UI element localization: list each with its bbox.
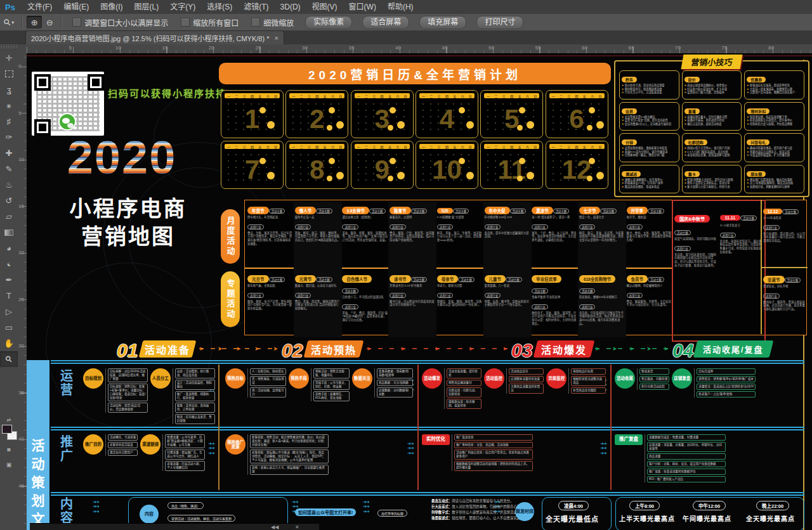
flow-side-strip: 活动策划文案	[27, 360, 49, 530]
magic-wand-tool[interactable]: ⚹	[0, 98, 18, 113]
flow-cell: 预热推广资源新客获取｜预售活动：配合预售尾款传播；砍价：砍价裂变拉新；满减：新人…	[223, 432, 417, 492]
mindmap-root-node: 活动爆发	[422, 368, 442, 389]
checkbox-label: 细微缩放	[263, 17, 294, 28]
calendar-weekday-header: 一二三四五六日	[484, 144, 539, 149]
history-brush-tool[interactable]: ↺	[0, 193, 18, 209]
clone-stamp-tool[interactable]: ♨	[0, 177, 18, 193]
activity-theme: 母亲节，感恩大回馈	[437, 284, 483, 288]
quick-mask-icon[interactable]: ◙	[0, 446, 18, 453]
zoom-out-button[interactable]: ⊖	[42, 16, 57, 29]
menu-item[interactable]: 滤镜(T)	[238, 0, 274, 14]
menu-item[interactable]: 3D(D)	[275, 0, 306, 14]
horizontal-ruler[interactable]: 5101520253035404550556065707580	[27, 44, 812, 54]
crop-tool[interactable]: ♯	[0, 113, 18, 129]
activity-industry: 全品类，是年中优惠力度最强的大促活动。	[485, 231, 530, 238]
mindmap-leaves: 优惠券数据｜领券数/用券数/核销率商品数据｜关注/加购数店铺数据｜访问数据/粉丝…	[374, 368, 413, 398]
activity-column: 12.12活动主题12.12年末狂欢适用行业各行业通用，错过双11的，以12月为…	[762, 202, 808, 269]
options-button[interactable]: 实际像素	[305, 16, 352, 29]
healing-brush-tool[interactable]: ✚	[0, 145, 18, 161]
activity-column: 年货节活动主题跨年囤大礼，年货购起来适用行业食品、生鲜、家居百货等，结合年货节用…	[246, 202, 294, 270]
lasso-tool[interactable]: ʓ	[0, 82, 18, 98]
field-label-theme: 活动主题	[532, 288, 548, 294]
weekday-label: 一	[227, 94, 230, 98]
weekday-label: 三	[502, 145, 506, 149]
close-icon[interactable]: ✕	[295, 524, 299, 530]
type-tool[interactable]: T	[0, 288, 18, 304]
weekday-label: 二	[560, 94, 563, 98]
checkbox-box[interactable]	[72, 18, 81, 27]
rectangular-marquee-tool[interactable]	[0, 66, 18, 82]
move-tool[interactable]: ✛	[0, 50, 18, 66]
options-button[interactable]: 适合屏幕	[362, 16, 409, 29]
menu-item[interactable]: 文件(F)	[22, 0, 58, 14]
brush-tool[interactable]: ✎	[0, 161, 18, 177]
tab-close-icon[interactable]: ×	[274, 34, 278, 42]
mindmap-leaf: 常规手段｜公众号推文、短信、社群、朋友圈	[313, 380, 350, 390]
tip-card: 满减送➤ 满额立减/满额赠礼，拉升客单价➤ 阶梯满减设2-3档，引导用户凑单➤ …	[619, 165, 679, 194]
separator	[61, 16, 62, 29]
swap-colors-icon[interactable]: ⇄	[0, 417, 18, 423]
weekday-label: 五	[583, 145, 586, 149]
menu-item[interactable]: 图像(I)	[95, 0, 128, 14]
checkbox-box[interactable]	[251, 18, 260, 27]
time-point-label: 午间曝光最高点	[683, 514, 731, 523]
menu-item[interactable]: 窗口(W)	[343, 0, 382, 14]
calendar-month-card: 一二三四五六日1	[221, 90, 284, 138]
menu-item[interactable]: 文字(Y)	[164, 0, 201, 14]
eraser-tool[interactable]: ▱	[0, 209, 18, 224]
activity-theme: 遇见女神之美（促销类）	[342, 216, 388, 219]
panel-grip[interactable]	[0, 44, 18, 50]
dodge-tool[interactable]: ◐	[0, 256, 18, 272]
zoom-option-checkbox[interactable]: 细微缩放	[251, 17, 294, 28]
menu-item[interactable]: 帮助(H)	[382, 0, 419, 14]
gradient-tool[interactable]	[0, 224, 18, 240]
calendar-weekday-header: 一二三四五六日	[549, 93, 605, 98]
menu-item[interactable]: 视图(V)	[306, 0, 343, 14]
menu-item[interactable]: 编辑(E)	[58, 0, 95, 14]
activity-column: 520活动主题5.20因晒做"爱"大促销适用行业鲜花、美妆、珠宝、生鲜等，加深助…	[436, 202, 484, 270]
weekday-label: 二	[235, 145, 238, 149]
tool-icon: ▷	[6, 307, 12, 316]
zoom-option-checkbox[interactable]: 缩放所有窗口	[181, 17, 239, 28]
rewind-icon[interactable]: ◀◀	[271, 524, 278, 530]
mindmap-leaf: 推广效果｜各渠道流量转化数据评估	[647, 469, 726, 475]
zoom-option-checkbox[interactable]: 调整窗口大小以满屏显示	[72, 17, 168, 28]
ruler-number: 20	[209, 45, 214, 51]
tip-card-title: 朋友圈	[747, 171, 766, 177]
ruler-number: 25	[18, 297, 25, 302]
pen-tool[interactable]: ✒	[0, 272, 18, 288]
zoom-in-button[interactable]: ⊕	[27, 16, 42, 29]
zoom-option-checkboxes: 调整窗口大小以满屏显示缩放所有窗口细微缩放	[66, 17, 300, 28]
blur-tool[interactable]: ◕	[0, 240, 18, 256]
mindmap-leaf: 预热活动｜预售定金膨胀、收藏有礼	[313, 368, 350, 378]
menu-item[interactable]: 选择(S)	[201, 0, 238, 14]
zoom-tool[interactable]: ⚲	[0, 351, 18, 367]
activity-industry: 数码电子、服饰等，圣诞元素装扮氛围，对活动进行传播，营造多重人群礼遇氛围的节日气…	[763, 301, 806, 311]
options-button[interactable]: 打印尺寸	[476, 16, 523, 29]
weekday-label: 三	[372, 145, 376, 149]
vertical-ruler[interactable]: 051015202530354045	[18, 53, 27, 530]
hand-tool[interactable]: ✋	[0, 335, 18, 351]
photoshop-logo: Ps	[0, 3, 22, 12]
activity-theme: 圣诞狂欢，好礼不断	[763, 285, 806, 288]
flow-arrow-icon: ➔➔➔➔➔➔	[363, 500, 369, 514]
path-selection-tool[interactable]: ▷	[0, 304, 18, 320]
calendar-highlight-dot	[596, 121, 604, 129]
weekday-label: 四	[445, 145, 449, 149]
options-button[interactable]: 填充屏幕	[419, 16, 466, 29]
eyedropper-tool[interactable]: ✑	[0, 129, 18, 145]
mindmap-leaf: 活动曝光、引流获客	[108, 434, 138, 441]
zoom-tool-preset[interactable]: ⚲ ▾	[0, 17, 18, 27]
weekday-label: 日	[598, 94, 601, 98]
foreground-color-swatch[interactable]	[2, 425, 12, 434]
checkbox-box[interactable]	[181, 18, 190, 27]
menu-item[interactable]: 图层(L)	[129, 0, 165, 14]
field-label-theme: 活动主题	[648, 209, 664, 214]
activity-industry: 食品、生鲜、家居百货等，结合年货节用户消费需求，推出年货爆款：坚果礼盒/囤货/囤…	[247, 231, 293, 246]
mini-status-bar[interactable]: ◀◀ ✕	[30, 523, 319, 530]
rectangle-tool[interactable]: ▭	[0, 320, 18, 335]
document-canvas[interactable]: 扫码可以获得小程序扶持2020小程序电商营销地图2020营销日历&全年营销计划一…	[27, 53, 812, 530]
screen-mode-icon[interactable]: ▣	[0, 462, 18, 468]
document-tab[interactable]: 2020小程序电商营销地图.jpg @ 12.5% (扫码可以获得小程序扶持, …	[25, 30, 284, 45]
time-point-label: 全天曝光最高点	[746, 514, 795, 523]
